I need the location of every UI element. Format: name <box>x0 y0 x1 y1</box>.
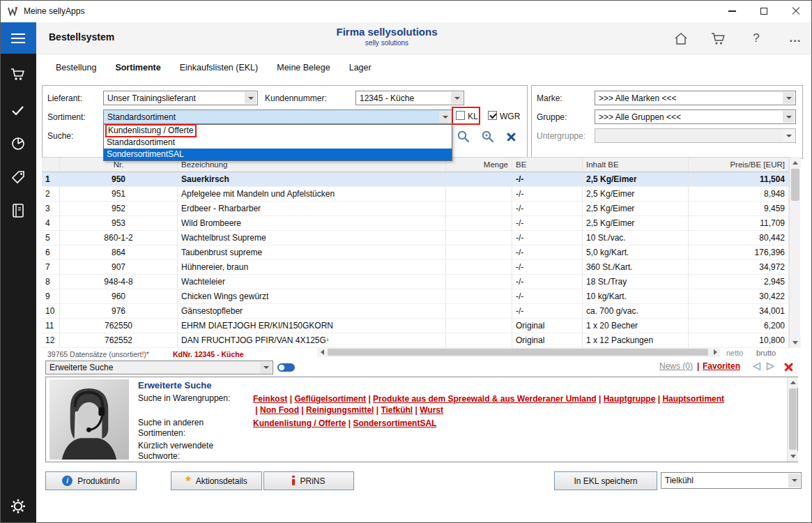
cart-button[interactable] <box>707 28 730 49</box>
chevron-down-icon <box>451 92 463 104</box>
warengruppe-link[interactable]: Non Food <box>260 405 299 415</box>
cell-be: -/- <box>512 172 583 186</box>
warengruppe-link[interactable]: Hauptsortiment <box>662 394 724 404</box>
table-row[interactable]: 11762550EHRM DIAETJOGH ER/KI/N150GKORNOr… <box>42 319 789 333</box>
table-row[interactable]: 10976Gänsestopfleber-/-ca. 700 g/vac.34,… <box>42 304 789 319</box>
warengruppe-link[interactable]: Wurst <box>420 405 443 415</box>
scroll-down-button[interactable] <box>788 451 798 462</box>
brutto-toggle[interactable]: brutto <box>756 349 776 357</box>
warengruppe-link[interactable]: Hauptgruppe <box>604 394 656 404</box>
sidebar-item-orders[interactable] <box>10 66 26 82</box>
cell-preis: 11,709 <box>689 216 789 230</box>
search-button[interactable] <box>457 130 470 146</box>
clear-search-button[interactable] <box>506 131 516 144</box>
sidebar-item-settings[interactable] <box>10 498 26 515</box>
dropdown-option[interactable]: Standardsortiment <box>104 137 452 149</box>
home-button[interactable] <box>669 28 693 49</box>
table-row[interactable]: 3952Erdbeer - Rharbarber-/-2,5 Kg/Eimer9… <box>42 202 789 216</box>
column-header[interactable]: Preis/BE [EUR] <box>689 158 789 172</box>
table-row[interactable]: 7907Hühnereier, braun-/-360 St./Kart.34,… <box>42 260 789 275</box>
sortiment-select[interactable]: Standardsortiment <box>103 109 452 124</box>
link-separator: | <box>413 405 420 415</box>
warengruppe-link[interactable]: Geflügelsortiment <box>294 394 366 404</box>
sortiment-link[interactable]: Kundenlistung / Offerte <box>253 418 346 428</box>
column-header[interactable]: Menge <box>446 158 512 172</box>
cell-inhalt: 18 St./Tray <box>583 275 689 289</box>
ekl-save-button[interactable]: In EKL speichern <box>554 471 657 490</box>
cell-inhalt: ca. 700 g/vac. <box>583 304 689 318</box>
table-row[interactable]: 4953Wild Brombeere-/-2,5 Kg/Eimer11,709 <box>42 216 789 231</box>
table-row[interactable]: 6864Taubenbrust supreme-/-5,0 kg/Kart.17… <box>42 245 789 260</box>
table-row[interactable]: 8948-4-8Wachteleier-/-18 St./Tray2,945 <box>42 275 789 289</box>
kundennummer-select[interactable]: 12345 - Küche <box>355 91 464 105</box>
tab-sortimente[interactable]: Sortimente <box>115 63 160 73</box>
tab-bestellung[interactable]: Bestellung <box>56 63 96 73</box>
tab-lager[interactable]: Lager <box>349 63 371 73</box>
marke-select[interactable]: >>> Alle Marken <<< <box>595 91 796 105</box>
cell-inhalt: 2,5 Kg/Eimer <box>583 216 689 230</box>
scroll-right-button[interactable] <box>710 347 720 357</box>
search-detail-button[interactable] <box>481 130 495 146</box>
sortimente-label: Suche in anderen Sortimenten: <box>138 418 253 439</box>
table-horizontal-scrollbar[interactable] <box>317 347 720 357</box>
link-separator: | <box>346 418 353 428</box>
dropdown-option[interactable]: Kundenlistung / Offerte <box>104 125 452 137</box>
scroll-down-button[interactable] <box>790 337 801 348</box>
table-row[interactable]: 2951Apfelgelee mit Mandeln und Apfelstüc… <box>42 187 789 202</box>
maximize-button[interactable] <box>748 0 780 22</box>
close-button[interactable] <box>780 0 812 22</box>
next-arrow-icon[interactable]: ▷ <box>767 360 774 371</box>
news-link[interactable]: News (0) <box>659 361 693 371</box>
help-button[interactable]: ? <box>744 28 768 49</box>
table-vertical-scrollbar[interactable] <box>789 157 800 348</box>
price-tag-icon <box>10 169 26 185</box>
scrollbar-thumb[interactable] <box>789 388 797 450</box>
aktionsdetails-button[interactable]: * Aktionsdetails <box>171 471 262 490</box>
warengruppe-link[interactable]: Feinkost <box>253 394 287 404</box>
untergruppe-label: Untergruppe: <box>537 131 585 141</box>
column-header[interactable]: Inhalt BE <box>583 158 689 172</box>
warengruppe-link[interactable]: Produkte aus dem Spreewald & aus Werdera… <box>373 394 597 404</box>
cell-be: Original <box>512 319 583 333</box>
more-button[interactable]: ... <box>783 28 807 49</box>
favoriten-link[interactable]: Favoriten <box>703 361 740 371</box>
scroll-left-button[interactable] <box>317 347 327 357</box>
tab-einkaufslisten-ekl-[interactable]: Einkaufslisten (EKL) <box>180 63 259 73</box>
table-row[interactable]: 12762552DAN FRUCHTJOG PFIR/VAN 4X125G¹Or… <box>42 333 789 348</box>
scrollbar-thumb[interactable] <box>791 169 799 201</box>
prins-button[interactable]: PRiNS <box>263 471 354 490</box>
extsearch-toggle[interactable] <box>277 363 295 372</box>
erweiterte-suche-select[interactable]: Erweiterte Suche <box>45 361 273 374</box>
menu-button[interactable] <box>0 22 36 54</box>
dropdown-option[interactable]: SondersortimentSAL <box>104 149 452 160</box>
sidebar-item-tasks[interactable] <box>10 102 26 119</box>
produktinfo-button[interactable]: i Produktinfo <box>45 471 137 490</box>
prev-arrow-icon[interactable]: ◁ <box>753 360 760 371</box>
tab-meine-belege[interactable]: Meine Belege <box>277 63 330 73</box>
extended-search-panel: Erweiterte Suche Suche in Warengruppen: … <box>45 377 798 462</box>
footer-sortiment-select[interactable]: Tielkühl <box>661 472 802 489</box>
warengruppe-link[interactable]: Tiefkühl <box>381 405 413 415</box>
netto-toggle[interactable]: netto <box>726 349 743 357</box>
table-row[interactable]: 1950Sauerkirsch-/-2,5 Kg/Eimer11,504 <box>42 172 789 187</box>
scroll-up-button[interactable] <box>788 377 798 388</box>
cart-icon <box>10 67 26 82</box>
table-row[interactable]: 5860-1-2Wachtelbrust Supreme-/-10 St./va… <box>42 231 789 245</box>
sidebar-item-offers[interactable] <box>10 169 26 185</box>
scrollbar-thumb[interactable] <box>328 349 708 356</box>
link-separator: | <box>299 405 306 415</box>
gruppe-select[interactable]: >>> Alle Gruppen <<< <box>595 109 796 124</box>
sortiment-link[interactable]: SondersortimentSAL <box>353 418 436 428</box>
sidebar-item-catalog[interactable] <box>10 202 26 219</box>
cell-be: -/- <box>512 289 583 303</box>
scroll-up-button[interactable] <box>790 157 801 168</box>
wgr-checkbox[interactable] <box>488 111 497 120</box>
minimize-button[interactable] <box>716 0 748 22</box>
sidebar-item-statistics[interactable] <box>10 135 26 152</box>
close-panel-button[interactable] <box>783 361 794 374</box>
panel-scrollbar[interactable] <box>787 377 797 462</box>
lieferant-select[interactable]: Unser Trainingslieferant <box>103 91 258 105</box>
warengruppe-link[interactable]: Reinigungsmittel <box>306 405 374 415</box>
table-row[interactable]: 9960Chicken Wings gewürzt-/-10 kg/Kart.3… <box>42 289 789 304</box>
column-header[interactable]: BE <box>512 158 583 172</box>
